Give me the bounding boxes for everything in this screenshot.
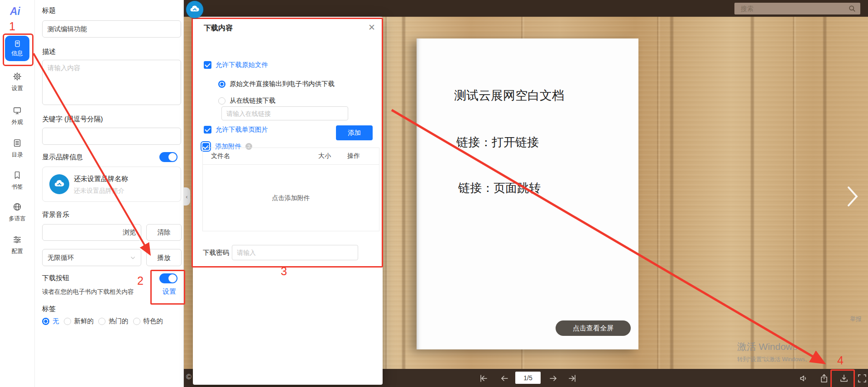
copyright-icon[interactable]: © xyxy=(186,373,192,381)
sidebar-item-settings[interactable]: 设置 xyxy=(0,72,34,92)
sidebar-item-label: 信息 xyxy=(11,49,23,57)
brand-info-toggle[interactable] xyxy=(159,152,177,162)
radio-icon[interactable] xyxy=(218,81,225,88)
next-page-button[interactable] xyxy=(548,373,559,386)
attachment-empty-state[interactable]: 点击添加附件 xyxy=(203,165,379,231)
cloud-icon xyxy=(189,4,201,15)
arrow-left-icon xyxy=(499,373,510,384)
download-button-desc: 读者在您的电子书内下载相关内容 xyxy=(42,288,134,296)
monitor-icon xyxy=(12,105,22,115)
source-option-label: 从在线链接下载 xyxy=(230,96,276,105)
download-button[interactable] xyxy=(839,373,849,386)
allow-original-label: 允许下载原始文件 xyxy=(216,61,268,69)
cloud-icon xyxy=(53,178,66,191)
first-page-icon xyxy=(478,373,489,384)
music-file-input[interactable]: 浏览 xyxy=(42,224,141,241)
left-icon-rail: Ai 信息 设置 xyxy=(0,0,35,387)
sliders-icon xyxy=(12,234,22,244)
browse-button[interactable]: 浏览 xyxy=(123,228,136,237)
globe-icon xyxy=(12,202,22,212)
checkbox-checked-icon[interactable] xyxy=(204,61,211,69)
sidebar-item-label: 多语言 xyxy=(0,215,34,223)
close-icon[interactable]: ✕ xyxy=(368,22,375,33)
download-content-modal: 下载内容 ✕ 允许下载原始文件 原始文件直接输出到电子书内供下载 从在线链接下载… xyxy=(193,17,383,385)
search-icon xyxy=(848,4,857,13)
clear-button[interactable]: 清除 xyxy=(146,224,182,241)
add-attachment-button[interactable]: 添加 xyxy=(336,125,373,140)
sidebar-item-appearance[interactable]: 外观 xyxy=(0,105,34,126)
sidebar-item-info[interactable]: 信息 xyxy=(5,36,29,61)
sidebar-item-multilanguage[interactable]: 多语言 xyxy=(0,202,34,223)
source-option-link[interactable]: 从在线链接下载 xyxy=(218,96,276,105)
annotation-number-4: 4 xyxy=(837,354,844,367)
tag-option-none[interactable]: 无 xyxy=(42,317,59,325)
fullscreen-button[interactable] xyxy=(857,373,868,386)
wood-seam xyxy=(823,0,826,387)
title-input[interactable] xyxy=(42,20,181,38)
radio-icon[interactable] xyxy=(98,318,106,325)
page-number-indicator[interactable]: 1/5 xyxy=(515,372,541,384)
chevron-down-icon xyxy=(130,255,136,261)
last-page-button[interactable] xyxy=(567,373,578,386)
wood-seam xyxy=(751,0,754,387)
speaker-icon xyxy=(798,373,809,384)
view-fullscreen-button[interactable]: 点击查看全屏 xyxy=(556,320,631,336)
sidebar-item-config[interactable]: 配置 xyxy=(0,234,34,255)
title-label: 标题 xyxy=(42,6,56,15)
prev-page-button[interactable] xyxy=(499,373,510,386)
keywords-input[interactable] xyxy=(42,128,181,145)
tag-option-label: 特色的 xyxy=(144,317,163,325)
search-box[interactable] xyxy=(734,3,860,14)
page-title-text: 测试云展网空白文档 xyxy=(454,87,564,104)
tag-option-fresh[interactable]: 新鲜的 xyxy=(64,317,94,325)
brand-logo xyxy=(49,174,69,194)
source-option-embed[interactable]: 原始文件直接输出到电子书内供下载 xyxy=(218,80,335,88)
tag-option-label: 新鲜的 xyxy=(74,317,94,325)
page-link-jump: 链接：页面跳转 xyxy=(458,180,541,196)
col-action: 操作 xyxy=(347,152,379,160)
first-page-button[interactable] xyxy=(478,373,489,386)
download-password-input[interactable] xyxy=(232,245,358,260)
allow-single-page-label: 允许下载单页图片 xyxy=(216,125,268,134)
source-option-label: 原始文件直接输出到电子书内供下载 xyxy=(230,80,335,88)
tag-option-featured[interactable]: 特色的 xyxy=(133,317,163,325)
online-link-input[interactable] xyxy=(221,106,348,120)
report-link[interactable]: 举报 xyxy=(850,315,862,323)
tags-radio-group: 无 新鲜的 热门的 特色的 xyxy=(42,317,163,325)
next-page-chevron[interactable] xyxy=(845,185,860,210)
loop-select[interactable]: 无限循环 xyxy=(42,249,141,266)
download-button-label: 下载按钮 xyxy=(42,274,69,282)
allow-original-row[interactable]: 允许下载原始文件 xyxy=(204,61,268,69)
sound-button[interactable] xyxy=(798,373,809,386)
download-toggle[interactable] xyxy=(159,273,177,283)
sidebar-item-toc[interactable]: 目录 xyxy=(0,138,34,159)
radio-icon[interactable] xyxy=(42,318,49,325)
editor-side-panel: Ai 信息 设置 xyxy=(0,0,184,387)
annotation-number-2: 2 xyxy=(137,274,144,287)
sidebar-item-bookmarks[interactable]: 书签 xyxy=(0,170,34,191)
brand-info-label: 显示品牌信息 xyxy=(42,153,83,162)
play-button[interactable]: 播放 xyxy=(146,249,182,266)
chevron-right-icon xyxy=(845,185,860,208)
brand-cloud-logo[interactable] xyxy=(186,1,203,18)
ai-logo[interactable]: Ai xyxy=(10,5,20,18)
panel-collapse-handle[interactable]: ‹ xyxy=(183,187,190,205)
wood-seam xyxy=(670,0,673,387)
sidebar-item-label: 外观 xyxy=(0,119,34,126)
download-settings-link[interactable]: 设置 xyxy=(163,287,176,296)
search-input[interactable] xyxy=(740,5,848,13)
checkbox-checked-icon[interactable] xyxy=(204,126,211,134)
brand-card[interactable]: 还未设置品牌名称 还未设置品牌简介 xyxy=(42,167,181,202)
allow-single-page-row[interactable]: 允许下载单页图片 xyxy=(204,125,268,134)
radio-icon[interactable] xyxy=(64,318,71,325)
book-page[interactable]: 测试云展网空白文档 链接：打开链接 链接：页面跳转 点击查看全屏 xyxy=(417,38,638,349)
description-textarea[interactable] xyxy=(42,60,181,105)
app-window: 测试云展网空白文档 链接：打开链接 链接：页面跳转 点击查看全屏 举报 激活 W… xyxy=(0,0,868,387)
bookmark-icon xyxy=(12,170,22,180)
share-button[interactable] xyxy=(819,373,830,386)
arrow-right-icon xyxy=(548,373,559,384)
tag-option-hot[interactable]: 热门的 xyxy=(98,317,129,325)
keywords-label: 关键字 (用逗号分隔) xyxy=(42,115,103,124)
radio-icon[interactable] xyxy=(218,97,225,105)
radio-icon[interactable] xyxy=(133,318,140,325)
